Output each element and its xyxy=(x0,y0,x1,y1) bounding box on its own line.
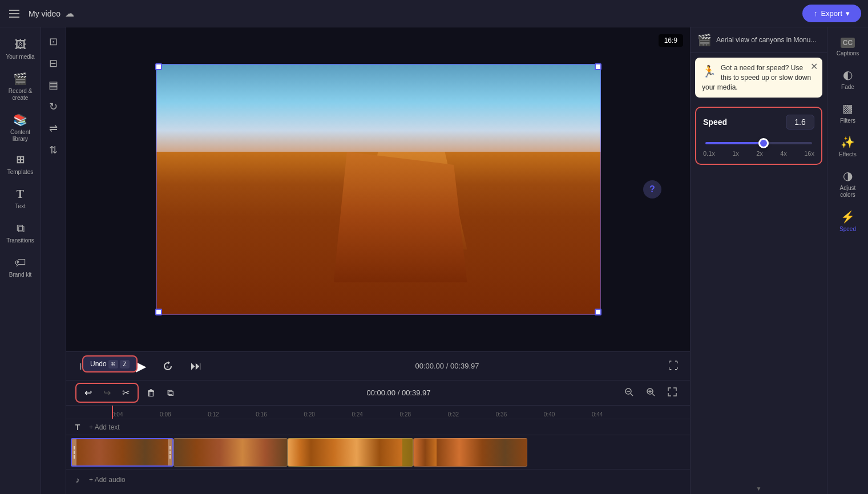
sidebar-item-record-create[interactable]: 🎬 Record &create xyxy=(0,66,41,107)
mirror-tool[interactable]: ▤ xyxy=(45,75,62,95)
speed-slider-container xyxy=(703,136,814,147)
skip-to-end-button[interactable]: ⏭ xyxy=(188,357,204,375)
undo-shortcut-cmd: ⌘ xyxy=(108,360,118,369)
video-clip-1[interactable] xyxy=(71,438,173,467)
clip-2-thumbnails xyxy=(174,439,287,466)
timeline-timecode: 00:00.00 / 00:39.97 xyxy=(181,388,616,397)
svg-line-6 xyxy=(652,394,655,396)
rotate-tool[interactable]: ↻ xyxy=(46,97,61,116)
tick-0: 0.1x xyxy=(703,150,715,157)
sidebar-item-captions[interactable]: CC Captions xyxy=(827,32,868,62)
sidebar-item-brand-kit[interactable]: 🏷 Brand kit xyxy=(0,250,41,284)
hamburger-menu[interactable] xyxy=(7,7,22,20)
video-clip-4[interactable] xyxy=(413,438,527,467)
forward-5s-button[interactable]: 5 xyxy=(160,358,177,375)
delete-button[interactable]: 🗑 xyxy=(143,386,159,400)
topbar: My video ☁ ↑ Export ▾ xyxy=(0,0,868,27)
add-audio-button[interactable]: + Add audio xyxy=(89,476,126,484)
sidebar-label-brand-kit: Brand kit xyxy=(9,272,31,278)
speed-slider[interactable] xyxy=(705,142,812,144)
panel-spacer xyxy=(691,169,827,483)
undo-shortcut-key: Z xyxy=(120,360,130,369)
resize-handle-br[interactable] xyxy=(595,309,601,315)
sidebar-label-templates: Templates xyxy=(7,169,34,176)
aspect-ratio-badge: 16:9 xyxy=(659,34,683,47)
adjust-colors-label: Adjustcolors xyxy=(840,185,856,199)
clip-1-right-handle[interactable] xyxy=(168,439,172,465)
time-separator: / xyxy=(446,362,450,370)
fullscreen-button[interactable]: ⛶ xyxy=(668,360,679,372)
thumb-3 xyxy=(122,439,145,465)
undo-tooltip: Undo ⌘ Z xyxy=(82,355,138,372)
clip-1-left-handle[interactable] xyxy=(72,439,76,465)
sidebar-item-speed[interactable]: ⚡ Speed xyxy=(827,204,868,238)
flip-v-tool[interactable]: ⇅ xyxy=(46,140,61,160)
captions-icon: CC xyxy=(841,38,855,48)
export-arrow-icon: ↑ xyxy=(814,9,818,18)
tooltip-close-button[interactable]: ✕ xyxy=(810,61,818,72)
zoom-in-button[interactable] xyxy=(642,386,659,400)
video-canyon xyxy=(156,152,601,315)
ruler-mark-7: 0:32 xyxy=(448,411,496,418)
sidebar-item-adjust-colors[interactable]: ◑ Adjustcolors xyxy=(827,163,868,204)
thumb-2 xyxy=(99,439,122,465)
speed-panel: 🎬 Aerial view of canyons in Monu... 🏃 ✕ … xyxy=(690,27,827,494)
sidebar-item-fade[interactable]: ◐ Fade xyxy=(827,62,868,96)
filters-label: Filters xyxy=(840,118,855,124)
clip-1-thumbnails xyxy=(76,439,168,465)
video-file-header: 🎬 Aerial view of canyons in Monu... xyxy=(691,27,827,53)
export-button[interactable]: ↑ Export ▾ xyxy=(802,5,861,22)
crop-tool[interactable]: ⊟ xyxy=(46,54,61,73)
zoom-out-button[interactable] xyxy=(620,386,637,400)
sidebar-item-filters[interactable]: ▩ Filters xyxy=(827,96,868,129)
speed-value-display: 1.6 xyxy=(786,115,814,129)
timecode-display: 00:00.00 / 00:39.97 xyxy=(415,362,479,370)
sidebar-item-text[interactable]: T Text xyxy=(0,181,41,216)
sidebar-item-templates[interactable]: ⊞ Templates xyxy=(0,148,41,181)
duplicate-button[interactable]: ⧉ xyxy=(164,386,177,400)
cut-button[interactable]: ✂ xyxy=(119,385,133,400)
resize-handle-tl[interactable] xyxy=(155,63,162,70)
panel-collapse-button[interactable] xyxy=(691,483,827,494)
thumb-19 xyxy=(505,439,527,466)
clip-3-thumbnails xyxy=(288,439,413,466)
sidebar-item-your-media[interactable]: 🖼 Your media xyxy=(0,32,41,66)
expand-timeline-button[interactable] xyxy=(664,386,681,400)
video-clip-2[interactable] xyxy=(173,438,288,467)
help-button[interactable]: ? xyxy=(643,180,661,199)
clip-4-thumbnails xyxy=(414,439,527,466)
video-frame[interactable] xyxy=(156,64,601,315)
fade-label: Fade xyxy=(841,84,854,90)
topbar-title-area: My video ☁ xyxy=(29,8,796,19)
right-sidebar: CC Captions ◐ Fade ▩ Filters ✨ Effects ◑… xyxy=(827,27,868,494)
speed-control-box: Speed 1.6 0.1x 1x 2x 4x 16x xyxy=(695,107,822,165)
content-library-icon: 📚 xyxy=(13,113,27,127)
thumb-16 xyxy=(437,439,459,466)
fit-to-screen-tool[interactable]: ⊡ xyxy=(46,32,61,51)
thumb-14 xyxy=(380,439,402,466)
undo-button[interactable]: ↩ xyxy=(81,385,95,400)
export-chevron-icon: ▾ xyxy=(846,9,850,18)
sidebar-item-effects[interactable]: ✨ Effects xyxy=(827,129,868,163)
resize-handle-tr[interactable] xyxy=(595,63,601,70)
sidebar-label-transitions: Transitions xyxy=(6,237,34,244)
sidebar-item-content-library[interactable]: 📚 Contentlibrary xyxy=(0,107,41,148)
video-clip-3[interactable] xyxy=(288,438,413,467)
redo-button[interactable]: ↪ xyxy=(100,385,114,400)
video-file-icon: 🎬 xyxy=(697,33,712,47)
add-text-button[interactable]: + Add text xyxy=(89,423,120,431)
cloud-save-icon: ☁ xyxy=(65,8,74,19)
thumb-12 xyxy=(334,439,357,466)
sidebar-label-your-media: Your media xyxy=(6,54,34,60)
timeline-area: Undo ⌘ Z ↩ ↪ ✂ 🗑 ⧉ 00:00.00 / 00:39.97 xyxy=(66,380,690,494)
speed-sidebar-label: Speed xyxy=(839,226,856,232)
thumb-18 xyxy=(482,439,505,466)
sidebar-label-content-library: Contentlibrary xyxy=(10,129,30,143)
flip-h-tool[interactable]: ⇌ xyxy=(46,119,61,138)
tick-4: 16x xyxy=(804,150,814,157)
thumb-13 xyxy=(357,439,380,466)
sidebar-item-transitions[interactable]: ⧉ Transitions xyxy=(0,216,41,250)
thumb-9 xyxy=(265,439,287,466)
resize-handle-bl[interactable] xyxy=(155,309,162,315)
ruler-mark-6: 0:28 xyxy=(400,411,448,418)
